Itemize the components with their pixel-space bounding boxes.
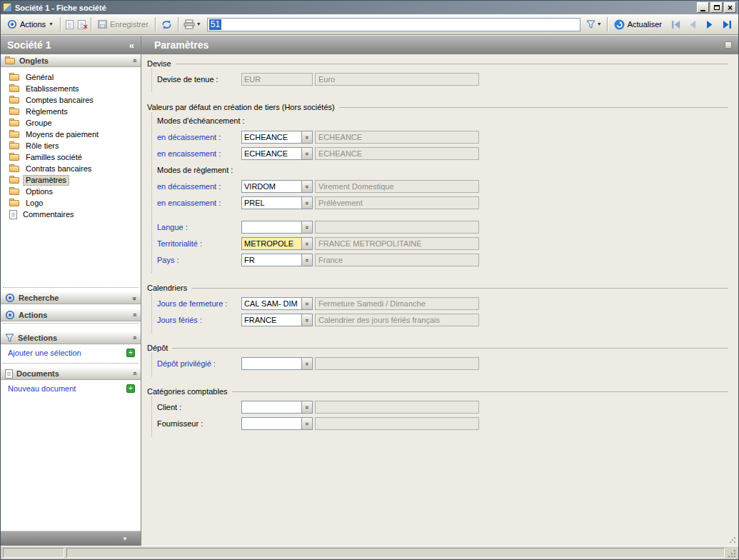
ech-dec-label[interactable]: en décaissement :: [157, 133, 241, 141]
combo-dropdown-button[interactable]: »: [301, 314, 312, 326]
window-resize-grip[interactable]: [727, 549, 736, 558]
reg-dec-label[interactable]: en décaissement :: [157, 182, 241, 191]
territorialite-label[interactable]: Territorialité :: [157, 239, 241, 248]
pays-label[interactable]: Pays :: [157, 256, 241, 264]
add-selection-plus-button[interactable]: +: [126, 349, 135, 357]
ech-enc-combo[interactable]: ECHEANCE»: [241, 147, 313, 160]
combo-dropdown-button[interactable]: »: [301, 197, 312, 209]
depot-privilegie-combo[interactable]: »: [241, 357, 313, 370]
refresh-button[interactable]: Actualiser: [610, 18, 665, 31]
documents-section-header[interactable]: Documents »: [1, 367, 141, 380]
maximize-button[interactable]: [710, 2, 723, 13]
devise-tenue-code-field: EUR: [241, 73, 313, 86]
combo-dropdown-button[interactable]: »: [301, 131, 312, 143]
scroll-top-button[interactable]: [725, 41, 732, 49]
toolbar-separator: [155, 17, 156, 31]
combo-dropdown-button[interactable]: »: [301, 401, 312, 413]
delete-record-button[interactable]: ×: [76, 19, 88, 31]
jours-fermeture-combo[interactable]: CAL SAM- DIM»: [241, 297, 313, 310]
field-row-ech-decaissement: en décaissement : ECHEANCE» ECHEANCE: [157, 131, 731, 144]
combo-dropdown-button[interactable]: »: [301, 298, 312, 309]
sidebar-item-etablissements[interactable]: Etablissements: [9, 83, 141, 94]
pane-resize-grip[interactable]: [729, 536, 736, 544]
combo-dropdown-button[interactable]: »: [301, 418, 312, 429]
group-rule: [339, 107, 728, 108]
reg-enc-combo[interactable]: PREL»: [241, 196, 313, 209]
next-record-icon: [706, 21, 713, 29]
combo-dropdown-button[interactable]: »: [301, 238, 312, 249]
langue-combo[interactable]: »: [241, 221, 313, 234]
actions-section-header[interactable]: Actions »: [1, 309, 141, 321]
chevron-up-icon: »: [131, 59, 139, 63]
minimize-button[interactable]: [697, 2, 709, 13]
group-rule: [191, 288, 728, 289]
sidebar-item-contrats-bancaires[interactable]: Contrats bancaires: [9, 163, 141, 174]
recalculate-button[interactable]: [159, 18, 175, 31]
sidebar-item-comptes-bancaires[interactable]: Comptes bancaires: [9, 94, 141, 106]
territorialite-desc-field: FRANCE METROPOLITAINE: [315, 237, 479, 250]
combo-dropdown-button[interactable]: »: [301, 181, 312, 192]
search-input[interactable]: 51: [207, 18, 580, 31]
sidebar-item-general[interactable]: Général: [9, 71, 141, 83]
new-record-button[interactable]: [64, 19, 76, 31]
client-combo[interactable]: »: [241, 401, 313, 414]
close-button[interactable]: ×: [724, 2, 736, 13]
last-record-button[interactable]: [718, 16, 735, 32]
status-cell-main: [66, 548, 725, 558]
reg-dec-combo[interactable]: VIRDOM»: [241, 180, 313, 193]
refresh-icon: [614, 19, 625, 30]
territorialite-combo[interactable]: METROPOLE»: [241, 237, 313, 250]
first-record-icon: [671, 21, 680, 29]
pays-combo[interactable]: FR»: [241, 254, 313, 266]
reg-enc-label[interactable]: en encaissement :: [157, 199, 241, 207]
actions-menu-button[interactable]: Actions ▼: [4, 18, 57, 31]
save-button[interactable]: Enregistrer: [94, 19, 152, 30]
sidebar-item-commentaires[interactable]: Commentaires: [9, 209, 141, 220]
onglets-section-header[interactable]: Onglets »: [1, 54, 141, 67]
sidebar-item-familles-societe[interactable]: Familles société: [9, 151, 141, 163]
combo-dropdown-button[interactable]: »: [301, 254, 312, 266]
previous-record-button[interactable]: [684, 16, 701, 32]
new-document-plus-button[interactable]: +: [126, 384, 135, 393]
sidebar-item-reglements[interactable]: Règlements: [9, 106, 141, 117]
document-icon: [5, 369, 13, 379]
sidebar-item-options[interactable]: Options: [9, 186, 141, 197]
collapse-sidebar-button[interactable]: «: [129, 40, 134, 51]
print-button[interactable]: ▼: [181, 18, 203, 31]
search-value: 51: [209, 19, 221, 30]
sidebar-bottom-bar[interactable]: ▼: [1, 531, 141, 546]
field-row-pays: Pays : FR» France: [157, 254, 731, 266]
ech-enc-label[interactable]: en encaissement :: [157, 149, 241, 158]
combo-dropdown-button[interactable]: »: [301, 148, 312, 159]
chevron-up-icon: »: [131, 372, 139, 376]
combo-dropdown-button[interactable]: »: [301, 221, 312, 233]
chevron-down-icon: ▼: [49, 21, 54, 27]
sidebar-item-parametres[interactable]: Paramètres: [9, 174, 141, 186]
sidebar-item-groupe[interactable]: Groupe: [9, 117, 141, 129]
sidebar-item-role-tiers[interactable]: Rôle tiers: [9, 140, 141, 151]
next-record-button[interactable]: [701, 16, 718, 32]
target-icon: [5, 310, 15, 320]
selections-section-header[interactable]: Sélections »: [1, 331, 141, 344]
new-document-link[interactable]: Nouveau document: [8, 384, 76, 393]
jours-feries-label[interactable]: Jours fériés :: [157, 316, 241, 324]
first-record-button[interactable]: [667, 16, 684, 32]
sidebar-item-moyens-de-paiement[interactable]: Moyens de paiement: [9, 129, 141, 140]
sidebar-item-logo[interactable]: Logo: [9, 197, 141, 209]
depot-privilegie-label[interactable]: Dépôt privilégié :: [157, 359, 241, 368]
reg-dec-desc-field: Virement Domestique: [315, 180, 479, 193]
langue-label[interactable]: Langue :: [157, 223, 241, 231]
filter-button[interactable]: ▼: [584, 19, 604, 30]
ech-dec-combo[interactable]: ECHEANCE»: [241, 131, 313, 144]
jours-fermeture-label[interactable]: Jours de fermeture :: [157, 299, 241, 308]
onglets-label: Onglets: [19, 56, 129, 65]
devise-tenue-label: Devise de tenue :: [157, 75, 241, 84]
jours-feries-combo[interactable]: FRANCE»: [241, 314, 313, 326]
group-rule: [176, 64, 728, 64]
chevron-down-icon: »: [131, 296, 139, 300]
recherche-section-header[interactable]: Recherche »: [1, 291, 141, 304]
combo-dropdown-button[interactable]: »: [301, 358, 312, 369]
fournisseur-combo[interactable]: »: [241, 417, 313, 430]
add-selection-link[interactable]: Ajouter une sélection: [8, 349, 81, 357]
refresh-label: Actualiser: [628, 20, 662, 29]
